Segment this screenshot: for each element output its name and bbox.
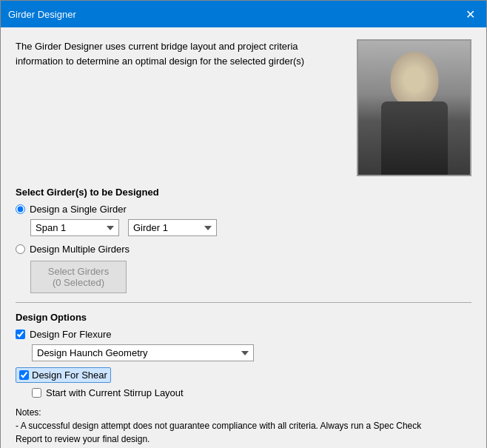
intro-text: The Girder Designer uses current bridge … <box>16 39 345 176</box>
select-girders-button[interactable]: Select Girders(0 Selected) <box>30 261 127 293</box>
single-girder-row: Design a Single Girder <box>16 204 471 215</box>
notes-title: Notes: <box>16 407 41 418</box>
girder-designer-dialog: Girder Designer ✕ The Girder Designer us… <box>0 0 487 448</box>
design-options-label: Design Options <box>16 312 471 323</box>
stirrup-label[interactable]: Start with Current Stirrup Layout <box>46 387 184 398</box>
shear-label[interactable]: Design For Shear <box>32 370 107 381</box>
design-options-section: Design Options Design For Flexure Design… <box>16 312 471 398</box>
single-girder-label[interactable]: Design a Single Girder <box>30 204 127 215</box>
dialog-body: The Girder Designer uses current bridge … <box>1 27 486 448</box>
flexure-label[interactable]: Design For Flexure <box>30 329 112 340</box>
notes-line-2: Report to review your final design. <box>16 434 150 444</box>
stirrup-checkbox-row: Start with Current Stirrup Layout <box>32 387 471 398</box>
multiple-girders-radio[interactable] <box>16 244 25 254</box>
flexure-dropdown[interactable]: Design Haunch Geometry Option 2 Option 3 <box>32 344 254 361</box>
close-button[interactable]: ✕ <box>461 5 479 23</box>
select-girder-label: Select Girder(s) to be Designed <box>16 187 471 198</box>
divider-1 <box>16 302 471 303</box>
portrait-inner <box>358 41 470 175</box>
select-girder-section: Select Girder(s) to be Designed Design a… <box>16 187 471 293</box>
flexure-checkbox[interactable] <box>16 330 25 339</box>
intro-row: The Girder Designer uses current bridge … <box>16 39 471 176</box>
shear-checkbox[interactable] <box>19 370 29 380</box>
girder-dropdown[interactable]: Girder 1 Girder 2 Girder 3 <box>128 219 217 236</box>
title-bar: Girder Designer ✕ <box>1 1 486 27</box>
multiple-girders-row: Design Multiple Girders <box>16 244 471 255</box>
portrait-image <box>357 39 471 176</box>
dropdowns-row: Span 1 Span 2 Span 3 Girder 1 Girder 2 G… <box>30 219 471 236</box>
shear-highlight: Design For Shear <box>16 367 111 383</box>
notes-section: Notes: - A successful design attempt doe… <box>16 406 471 446</box>
flexure-checkbox-row: Design For Flexure <box>16 329 471 340</box>
stirrup-checkbox[interactable] <box>32 388 41 398</box>
single-girder-radio[interactable] <box>16 204 25 214</box>
multiple-girders-label[interactable]: Design Multiple Girders <box>30 244 130 255</box>
dialog-title: Girder Designer <box>8 9 76 20</box>
shear-checkbox-row: Design For Shear <box>16 367 471 383</box>
span-dropdown[interactable]: Span 1 Span 2 Span 3 <box>30 219 119 236</box>
notes-line-1: - A successful design attempt does not g… <box>16 421 421 431</box>
flexure-dropdown-row: Design Haunch Geometry Option 2 Option 3 <box>32 344 471 361</box>
